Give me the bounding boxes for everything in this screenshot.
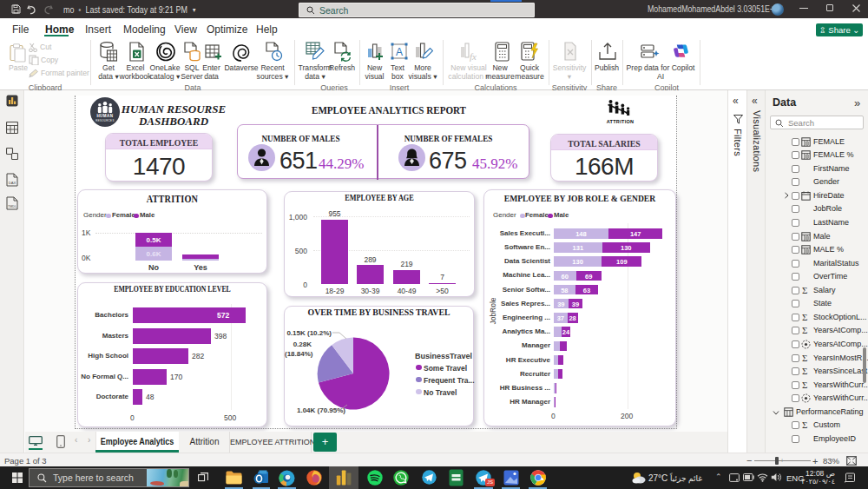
svg-text:TMDL: TMDL — [8, 205, 16, 208]
svg-text:DAX: DAX — [9, 181, 16, 185]
svg-text:A: A — [396, 46, 403, 58]
svg-text:fx: fx — [470, 51, 477, 62]
